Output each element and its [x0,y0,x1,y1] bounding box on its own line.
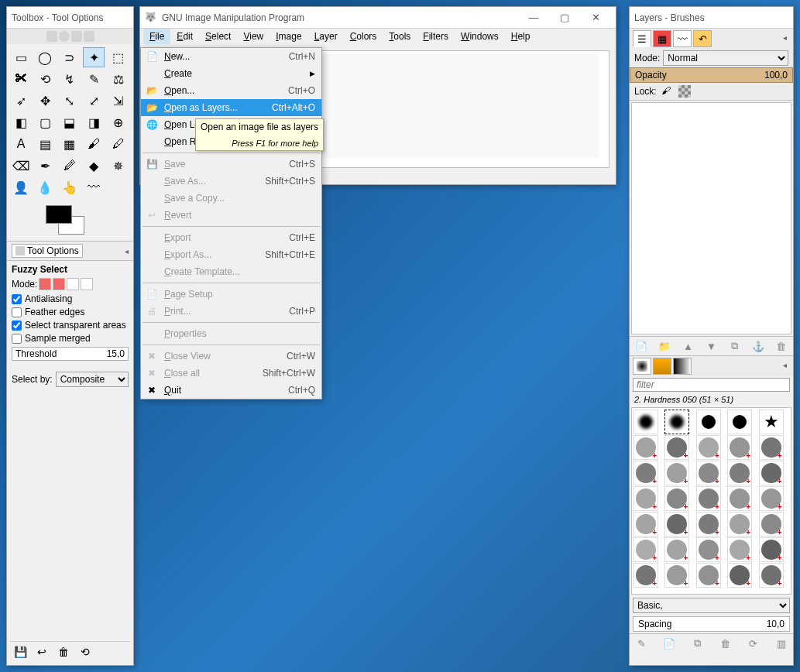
tool-11[interactable]: ✥ [34,91,56,111]
tool-16[interactable]: ▢ [34,112,56,132]
select-by-dropdown[interactable]: Composite [56,372,129,387]
brush-4[interactable]: ★ [759,410,784,434]
feather-check[interactable]: Feather edges [12,307,129,317]
tool-12[interactable]: ⤡ [59,91,81,111]
reset-options-icon[interactable]: ⟲ [78,645,92,659]
tool-options-tab[interactable]: Tool Options [12,244,83,258]
select-transparent-check[interactable]: Select transparent areas [12,320,129,331]
brush-5[interactable]: + [633,435,658,460]
duplicate-brush-icon[interactable]: ⧉ [690,636,704,650]
close-button[interactable]: ✕ [580,8,611,28]
tool-8[interactable]: ✎ [83,69,105,89]
tool-17[interactable]: ⬓ [59,112,81,132]
menu-filters[interactable]: Filters [417,29,455,44]
tool-27[interactable]: 🖉 [59,156,81,176]
tool-5[interactable]: ✀ [10,69,32,89]
tool-24[interactable]: 🖊 [108,134,129,154]
layers-list[interactable] [631,102,791,334]
file-menu-create[interactable]: Create▶ [141,65,321,82]
brush-32[interactable]: + [696,563,721,588]
brush-0[interactable] [633,410,658,434]
brush-preset-select[interactable]: Basic, [633,598,790,613]
mode-subtract[interactable] [67,278,79,290]
fg-color[interactable] [46,205,72,224]
patterns-tab[interactable] [653,358,671,375]
color-swatch[interactable] [7,201,133,241]
delete-layer-icon[interactable]: 🗑 [774,339,788,353]
layers-titlebar[interactable]: Layers - Brushes [630,7,793,29]
brush-1[interactable] [664,410,689,434]
lower-layer-icon[interactable]: ▼ [704,339,718,353]
mode-add[interactable] [53,278,65,290]
mode-intersect[interactable] [81,278,93,290]
threshold-slider[interactable]: Threshold15,0 [12,347,129,361]
tool-3[interactable]: ✦ [83,47,105,67]
brush-22[interactable]: + [696,512,721,537]
brush-6[interactable]: + [664,435,689,460]
minimize-button[interactable]: — [518,8,549,28]
channels-tab[interactable]: ▦ [653,30,671,47]
toolbox-titlebar[interactable]: Toolbox - Tool Options [7,7,133,29]
tool-2[interactable]: ⊃ [59,47,81,67]
brush-18[interactable]: + [727,486,752,511]
brush-menu-arrow-icon[interactable]: ◂ [780,358,790,375]
maximize-button[interactable]: ▢ [549,8,580,28]
lock-alpha-icon[interactable] [678,85,691,98]
brush-24[interactable]: + [759,512,784,537]
tool-22[interactable]: ▦ [59,134,81,154]
delete-options-icon[interactable]: 🗑 [57,645,70,659]
open-brush-icon[interactable]: ▥ [774,636,788,650]
paths-tab[interactable]: 〰 [673,30,692,47]
menu-file[interactable]: File [143,29,170,44]
raise-layer-icon[interactable]: ▲ [681,339,695,353]
layers-menu-arrow-icon[interactable]: ◂ [780,30,790,47]
tool-20[interactable]: A [10,134,32,154]
layers-tab[interactable]: ☰ [633,30,651,47]
tool-14[interactable]: ⇲ [108,91,129,111]
brush-8[interactable]: + [727,435,752,460]
tool-4[interactable]: ⬚ [108,47,129,67]
tool-6[interactable]: ⟲ [34,69,56,89]
menu-windows[interactable]: Windows [455,29,505,44]
tool-25[interactable]: ⌫ [10,156,32,176]
spacing-slider[interactable]: Spacing10,0 [633,616,790,632]
menu-select[interactable]: Select [199,29,237,44]
save-options-icon[interactable]: 💾 [13,645,27,659]
brush-12[interactable]: + [696,461,721,485]
brush-31[interactable]: + [664,563,689,588]
brush-25[interactable]: + [633,537,658,562]
brush-19[interactable]: + [759,486,784,511]
new-brush-icon[interactable]: 📄 [662,636,676,650]
tool-15[interactable]: ◧ [10,112,32,132]
brush-14[interactable]: + [759,461,784,485]
restore-options-icon[interactable]: ↩ [35,645,49,659]
tool-31[interactable]: 💧 [34,177,56,197]
brush-29[interactable]: + [759,537,784,562]
file-menu-quit[interactable]: ✖QuitCtrl+Q [141,382,321,399]
menu-tools[interactable]: Tools [383,29,417,44]
menu-colors[interactable]: Colors [344,29,383,44]
brush-3[interactable] [727,410,752,434]
tool-13[interactable]: ⤢ [83,91,105,111]
brush-11[interactable]: + [664,461,689,485]
brush-2[interactable] [696,410,721,434]
brush-9[interactable]: + [759,435,784,460]
brush-grid[interactable]: ★++++++++++++++++++++++++++++++ [631,407,791,595]
refresh-brush-icon[interactable]: ⟳ [747,636,761,650]
undo-tab[interactable]: ↶ [693,30,712,47]
brush-filter-input[interactable] [633,378,790,392]
brush-20[interactable]: + [633,512,658,537]
duplicate-layer-icon[interactable]: ⧉ [728,339,742,353]
sample-merged-check[interactable]: Sample merged [12,333,129,344]
brush-30[interactable]: + [633,563,658,588]
opacity-row[interactable]: Opacity100,0 [630,67,793,83]
file-menu-open-[interactable]: 📂Open...Ctrl+O [141,82,321,99]
tool-32[interactable]: 👆 [59,177,81,197]
brush-21[interactable]: + [664,512,689,537]
file-menu-open-as-layers-[interactable]: 📂Open as Layers...Ctrl+Alt+O [141,99,321,116]
brush-15[interactable]: + [633,486,658,511]
tool-29[interactable]: ✵ [108,156,129,176]
tool-19[interactable]: ⊕ [108,112,129,132]
brush-10[interactable]: + [633,461,658,485]
brush-27[interactable]: + [696,537,721,562]
